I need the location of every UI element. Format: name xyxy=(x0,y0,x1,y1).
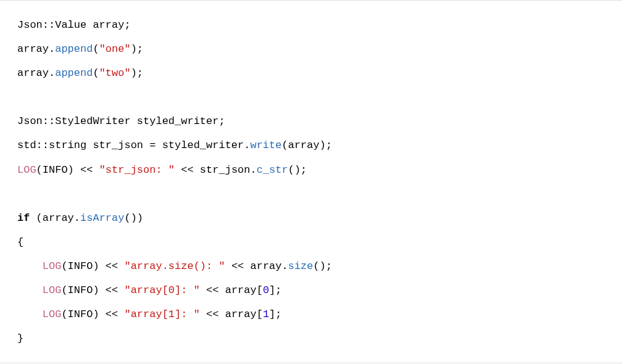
code-line: { xyxy=(17,236,23,248)
code-line: Json::StyledWriter styled_writer; xyxy=(17,115,225,127)
code-line: array.append("one"); xyxy=(17,43,143,55)
code-line: array.append("two"); xyxy=(17,67,143,79)
code-line: Json::Value array; xyxy=(17,19,131,31)
code-line: std::string str_json = styled_writer.wri… xyxy=(17,139,332,151)
code-block: Json::Value array; array.append("one"); … xyxy=(0,0,622,363)
code-line: if (array.isArray()) xyxy=(17,212,143,224)
code-line: LOG(INFO) << "array.size(): " << array.s… xyxy=(17,260,332,272)
code-line: LOG(INFO) << "array[1]: " << array[1]; xyxy=(17,308,282,320)
code-line: LOG(INFO) << "str_json: " << str_json.c_… xyxy=(17,164,307,176)
code-line: } xyxy=(17,333,23,344)
code-line: LOG(INFO) << "array[0]: " << array[0]; xyxy=(17,284,282,296)
